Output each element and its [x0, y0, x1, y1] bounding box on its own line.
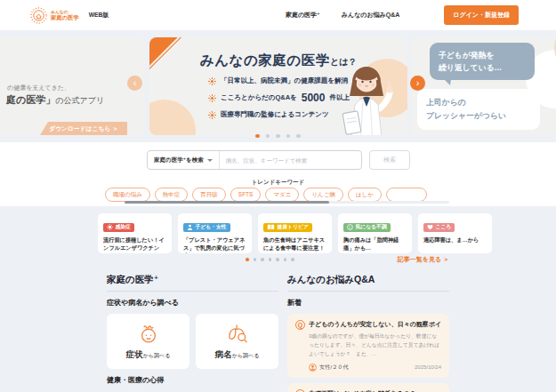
knowledge-subheading: 健康・医療の心得: [107, 375, 278, 385]
hero-slide-worries[interactable]: 子どもが発熱を 繰り返している… 上司からの プレッシャーがつらい: [412, 37, 556, 135]
logo-sun-icon: [30, 7, 47, 24]
article-title: 胸の痛みは「肋間神経痛」かも…: [343, 236, 407, 252]
lookup-subheading: 症状や病名から調べる: [107, 298, 278, 308]
category-badge: 子ども・女性: [183, 223, 230, 232]
app-slide-line2: 庭の医学」の公式アプリ: [6, 93, 104, 107]
view-all-articles-link[interactable]: 記事一覧を見る ＞: [398, 255, 449, 264]
search-by-symptom-card[interactable]: 症状から調べる: [107, 314, 189, 369]
hero-bullet-2: こころとからだのQ&Aを 5000 件以上: [208, 92, 350, 104]
virus-icon: [107, 224, 113, 230]
header: みんなの 家庭の医学 WEB版 家庭の医学⁺ みんなのお悩みQ&A ログイン・新…: [0, 0, 556, 30]
disease-icon: [226, 322, 249, 345]
qa-item[interactable]: Q 子どものうんちが安定しない、日々の観察ポイントは？ 3歳の娘なのですが、便が…: [287, 314, 449, 378]
carousel-prev-button[interactable]: ‹: [127, 76, 142, 91]
question-icon: Q: [295, 320, 305, 330]
article-card[interactable]: こころ 適応障害は、ま…から: [418, 213, 492, 253]
search-input[interactable]: [220, 157, 361, 164]
search-by-disease-card[interactable]: 病名から調べる: [196, 314, 278, 369]
trend-chip[interactable]: 百日咳: [192, 188, 226, 202]
trend-chip[interactable]: りんご病: [303, 188, 342, 202]
qa-question: 生理不順はバセドウ病と関係あるの？: [309, 389, 415, 392]
carousel-dot[interactable]: [286, 134, 291, 139]
carousel-dot[interactable]: [261, 258, 264, 261]
trend-chip-partial[interactable]: [386, 188, 427, 202]
article-title: 適応障害は、ま…から: [423, 236, 487, 244]
trend-chip[interactable]: 職場の悩み: [105, 188, 150, 202]
app-slide-line1: の健康を支えてきた、: [7, 84, 70, 92]
person-icon: [187, 224, 193, 230]
article-title: 魚の生食時はアニサキスによる食中毒に要注意！: [263, 236, 326, 252]
search-section: 家庭の医学⁺を検索 検索 トレンドキーワード 職場の悩み 熱中症 百日咳 SFT…: [0, 142, 556, 206]
article-card[interactable]: 健康トリビア 魚の生食時はアニサキスによる食中毒に要注意！: [258, 213, 332, 253]
trend-chip[interactable]: はしか: [348, 188, 382, 202]
lookup-label: 病名から調べる: [215, 349, 260, 361]
symptom-icon: [137, 322, 160, 345]
chevron-right-icon: ›: [416, 78, 420, 88]
site-logo[interactable]: みんなの 家庭の医学 WEB版: [30, 7, 109, 24]
qa-column: みんなのお悩みQ&A 新着 Q 子どものうんちが安定しない、日々の観察ポイントは…: [287, 274, 449, 392]
qa-question: 子どものうんちが安定しない、日々の観察ポイントは？: [309, 320, 441, 330]
tab-new[interactable]: 新着: [287, 298, 302, 308]
trend-chip[interactable]: 熱中症: [155, 188, 189, 202]
hero-bullet-1: 「日常以上、病院未満」の健康課題を解消: [208, 76, 350, 85]
carousel-dot[interactable]: [276, 134, 280, 139]
carousel-dot[interactable]: [284, 258, 287, 261]
qa-user: 女性/２０代: [309, 364, 349, 372]
qa-head: Q 子どものうんちが安定しない、日々の観察ポイントは？: [295, 320, 441, 330]
sparkle-icon: [208, 94, 216, 102]
avatar-icon: [309, 364, 317, 372]
trend-keywords-label: トレンドキーワード: [0, 179, 556, 187]
trend-chip[interactable]: マダニ: [265, 188, 299, 202]
worry-bubble-boss: 上司からの プレッシャーがつらい: [417, 89, 540, 130]
hero-bullets: 「日常以上、病院未満」の健康課題を解消 こころとからだのQ&Aを 5000 件以…: [208, 76, 350, 119]
carousel-dot[interactable]: [269, 258, 272, 261]
qa-section-heading: みんなのお悩みQ&A: [287, 274, 449, 292]
article-title: 「ブレスト・アウェアネス」で乳房の変化に気づく: [183, 236, 246, 253]
hero-carousel: の健康を支えてきた、 庭の医学」の公式アプリ ダウンロードはこちら ＞ みんなの…: [0, 30, 556, 142]
web-version-badge: WEB版: [89, 11, 109, 20]
qa-date: 2025/10/24: [415, 364, 441, 370]
article-title: 流行前に接種したい！インフルエンザワクチン: [103, 236, 166, 252]
carousel-dot[interactable]: [291, 258, 294, 261]
chevron-down-icon: [207, 159, 213, 162]
question-icon: Q: [295, 389, 305, 392]
search-box: 家庭の医学⁺を検索: [147, 150, 362, 170]
lookup-cards: 症状から調べる 病名から調べる: [107, 314, 278, 369]
nav-item-medical[interactable]: 家庭の医学⁺: [286, 11, 320, 20]
hero-slide-app[interactable]: の健康を支えてきた、 庭の医学」の公式アプリ ダウンロードはこちら ＞: [0, 37, 145, 135]
medical-section-heading: 家庭の医学⁺: [107, 274, 278, 292]
hero-carousel-dots: [0, 134, 556, 139]
carousel-dot[interactable]: [254, 258, 257, 261]
qa-excerpt: 3歳の娘なのですが、便が毎日出なかったり、軟便になったりします。日々、どんな点に…: [309, 332, 441, 359]
qa-count: 5000: [302, 92, 326, 104]
carousel-dot[interactable]: [246, 258, 249, 261]
search-row: 家庭の医学⁺を検索 検索: [147, 150, 410, 170]
article-card[interactable]: 気になる不調 胸の痛みは「肋間神経痛」かも…: [338, 213, 412, 253]
article-card[interactable]: 感染症 流行前に接種したい！インフルエンザワクチン: [98, 213, 172, 253]
carousel-dot[interactable]: [255, 134, 260, 139]
carousel-dot[interactable]: [296, 134, 301, 139]
doctor-illustration: [333, 53, 400, 135]
carousel-dot[interactable]: [276, 258, 279, 261]
hero-slide-about[interactable]: みんなの家庭の医学とは？ 「日常以上、病院未満」の健康課題を解消 こころとからだ…: [149, 37, 407, 135]
lower-section: 感染症 流行前に接種したい！インフルエンザワクチン 子ども・女性 「ブレスト・ア…: [0, 206, 556, 392]
lookup-label: 症状から調べる: [126, 349, 171, 361]
category-badge: こころ: [423, 223, 455, 232]
article-card[interactable]: 子ども・女性 「ブレスト・アウェアネス」で乳房の変化に気づく: [178, 213, 252, 253]
header-nav: 家庭の医学⁺ みんなのお悩みQ&A ログイン・新規登録: [286, 5, 519, 25]
category-badge: 感染症: [103, 223, 134, 232]
sparkle-icon: [208, 77, 216, 85]
login-register-button[interactable]: ログイン・新規登録: [444, 5, 519, 25]
search-scope-dropdown[interactable]: 家庭の医学⁺を検索: [148, 151, 220, 169]
search-button[interactable]: 検索: [369, 150, 410, 170]
decor-blob: [149, 100, 196, 135]
trend-chip[interactable]: SFTS: [230, 188, 262, 202]
carousel-dot[interactable]: [266, 134, 270, 139]
qa-item[interactable]: Q 生理不順はバセドウ病と関係あるの？ バセドウ病で服薬治療中です。最近、生理の…: [287, 383, 449, 392]
medical-column: 家庭の医学⁺ 症状や病名から調べる 症状から調べる: [107, 274, 278, 392]
chips-scrollbar-thumb[interactable]: [125, 201, 329, 204]
heart-icon: [427, 224, 433, 230]
nav-item-qa[interactable]: みんなのお悩みQ&A: [342, 11, 400, 20]
carousel-next-button[interactable]: ›: [410, 76, 425, 91]
book-icon: [267, 224, 275, 230]
